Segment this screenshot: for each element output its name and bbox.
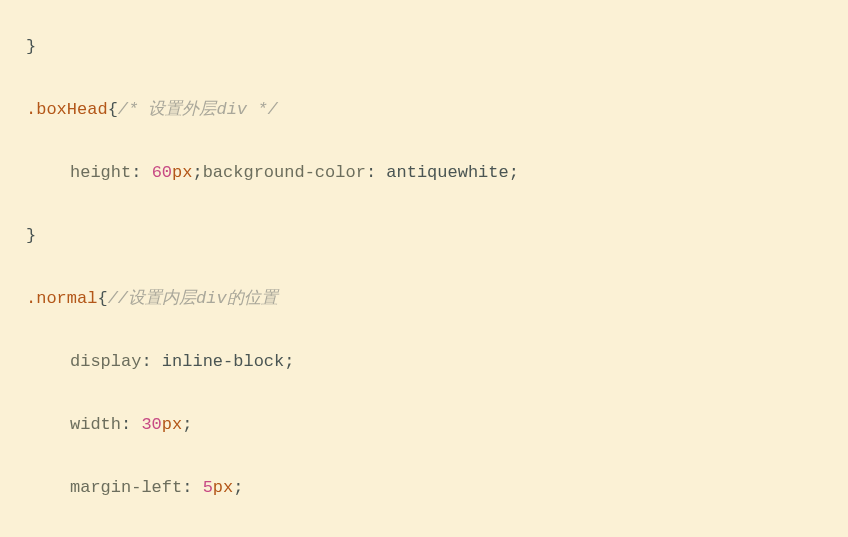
- selector: .normal: [26, 289, 97, 308]
- colon: :: [182, 478, 192, 497]
- brace: }: [26, 226, 36, 245]
- unit: px: [162, 415, 182, 434]
- colon: :: [131, 163, 141, 182]
- value: antiquewhite: [386, 163, 508, 182]
- code-line: }: [18, 31, 830, 62]
- code-line: margin-left: 5px;: [18, 472, 830, 503]
- number: 60: [152, 163, 172, 182]
- brace: }: [26, 37, 36, 56]
- colon: :: [141, 352, 151, 371]
- comment: /* 设置外层div */: [118, 100, 278, 119]
- semicolon: ;: [192, 163, 202, 182]
- brace: {: [108, 100, 118, 119]
- semicolon: ;: [284, 352, 294, 371]
- selector: .boxHead: [26, 100, 108, 119]
- value: inline-block: [162, 352, 284, 371]
- code-line: .boxHead{/* 设置外层div */: [18, 94, 830, 125]
- property: display: [70, 352, 141, 371]
- unit: px: [172, 163, 192, 182]
- code-line: .normal{//设置内层div的位置: [18, 283, 830, 314]
- number: 5: [203, 478, 213, 497]
- property: background-color: [203, 163, 366, 182]
- semicolon: ;: [182, 415, 192, 434]
- unit: px: [213, 478, 233, 497]
- code-block: } .boxHead{/* 设置外层div */ height: 60px;ba…: [0, 0, 848, 537]
- code-line: width: 30px;: [18, 409, 830, 440]
- code-line: height: 60px;background-color: antiquewh…: [18, 157, 830, 188]
- semicolon: ;: [233, 478, 243, 497]
- semicolon: ;: [509, 163, 519, 182]
- colon: :: [121, 415, 131, 434]
- colon: :: [366, 163, 376, 182]
- code-line: }: [18, 220, 830, 251]
- property: margin-left: [70, 478, 182, 497]
- comment: //设置内层div的位置: [108, 289, 278, 308]
- property: height: [70, 163, 131, 182]
- property: width: [70, 415, 121, 434]
- brace: {: [97, 289, 107, 308]
- number: 30: [141, 415, 161, 434]
- code-line: display: inline-block;: [18, 346, 830, 377]
